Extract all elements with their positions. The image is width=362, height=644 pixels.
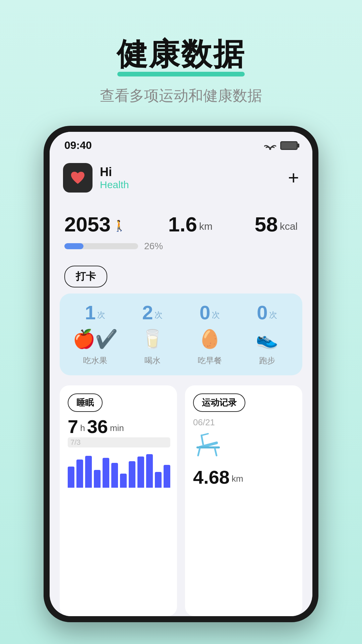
sleep-label[interactable]: 睡眠 (68, 393, 103, 412)
sleep-bar-7 (129, 461, 135, 488)
exercise-card[interactable]: 运动记录 06/21 4.68 (185, 385, 302, 616)
exercise-distance: 4.68 km (193, 468, 296, 487)
water-icon: 🥛 (141, 327, 164, 351)
progress-bar-fill (64, 243, 83, 249)
water-label: 喝水 (144, 355, 161, 366)
app-logo-wrap: Hi Health (63, 163, 129, 193)
phone-mockup: 09:40 Hi (44, 126, 318, 622)
fruit-count: 1 (85, 303, 96, 322)
sleep-bar-8 (137, 457, 144, 488)
sleep-card[interactable]: 睡眠 7 h 36 min 7/3 (60, 385, 177, 616)
sleep-target: 7/3 (68, 437, 170, 447)
distance-stat: 1.6 km (168, 214, 213, 235)
distance-unit: km (199, 221, 213, 232)
main-title: 健康数据 (117, 34, 245, 75)
activity-item-breakfast[interactable]: 0 次 🥚 吃早餐 (186, 303, 233, 366)
sleep-hours-unit: h (80, 423, 85, 433)
calories-value: 58 (255, 214, 278, 235)
breakfast-icon: 🥚 (198, 327, 221, 351)
stats-row: 2053 🚶 1.6 km 58 kcal (50, 198, 312, 235)
run-icon: 👟 (256, 327, 278, 351)
sleep-bar-0 (68, 467, 74, 488)
app-name: Health (100, 179, 129, 191)
sleep-bar-2 (85, 456, 92, 488)
sleep-bar-1 (76, 460, 83, 488)
run-count: 0 (257, 303, 267, 322)
steps-value: 2053 (64, 214, 111, 235)
progress-bar-bg (64, 243, 138, 249)
sleep-bar-11 (164, 465, 170, 488)
exercise-distance-value: 4.68 (193, 468, 230, 487)
water-times: 次 (155, 310, 163, 320)
steps-icon: 🚶 (113, 219, 126, 232)
breakfast-times: 次 (212, 310, 220, 320)
bottom-section: 睡眠 7 h 36 min 7/3 运动记录 06/21 (50, 375, 312, 616)
water-count-wrap: 2 次 (142, 303, 162, 322)
exercise-distance-unit: km (232, 474, 243, 484)
activity-item-fruit[interactable]: 1 次 🍎✔️ 吃水果 (72, 303, 119, 366)
app-icon (63, 163, 93, 193)
calories-stat: 58 kcal (255, 214, 298, 235)
sub-title: 查看多项运动和健康数据 (100, 86, 262, 106)
add-button[interactable]: + (288, 168, 299, 187)
sleep-bar-10 (155, 472, 162, 488)
treadmill-icon (193, 430, 296, 463)
breakfast-label: 吃早餐 (198, 355, 222, 366)
header-section: 健康数据 查看多项运动和健康数据 (0, 0, 362, 126)
sleep-bars (68, 454, 170, 488)
sleep-hours: 7 (68, 417, 78, 436)
sleep-bar-3 (94, 470, 101, 488)
app-header: Hi Health + (50, 155, 312, 198)
app-greeting: Hi (100, 165, 129, 179)
phone-screen: 09:40 Hi (50, 132, 312, 616)
distance-value: 1.6 (168, 214, 197, 235)
run-count-wrap: 0 次 (257, 303, 277, 322)
svg-line-5 (201, 435, 203, 444)
sleep-bar-6 (120, 474, 127, 488)
progress-wrap: 26% (50, 235, 312, 260)
breakfast-count-wrap: 0 次 (199, 303, 220, 322)
fruit-count-wrap: 1 次 (85, 303, 105, 322)
activity-item-run[interactable]: 0 次 👟 跑步 (244, 303, 291, 366)
sleep-bar-9 (146, 454, 153, 488)
progress-text: 26% (144, 241, 163, 252)
sleep-bar-5 (111, 463, 118, 488)
run-times: 次 (269, 310, 277, 320)
activity-item-water[interactable]: 2 次 🥛 喝水 (129, 303, 176, 366)
status-bar: 09:40 (50, 132, 312, 155)
status-time: 09:40 (64, 139, 92, 152)
svg-line-4 (215, 448, 217, 455)
sleep-minutes-unit: min (110, 423, 124, 433)
calories-unit: kcal (280, 221, 298, 232)
run-label: 跑步 (259, 355, 275, 366)
heart-icon (69, 169, 86, 186)
fruit-icon: 🍎✔️ (73, 327, 118, 351)
exercise-label[interactable]: 运动记录 (193, 393, 245, 412)
steps-stat: 2053 🚶 (64, 214, 126, 235)
fruit-label: 吃水果 (83, 355, 107, 366)
exercise-date: 06/21 (193, 417, 296, 428)
battery-icon (280, 141, 298, 150)
checkin-label[interactable]: 打卡 (64, 266, 107, 287)
fruit-times: 次 (97, 310, 105, 320)
sleep-time-row: 7 h 36 min (68, 417, 170, 436)
breakfast-count: 0 (199, 303, 210, 322)
sleep-minutes: 36 (87, 417, 108, 436)
sleep-bar-4 (103, 458, 109, 488)
status-icons (264, 141, 298, 150)
wifi-icon (264, 141, 276, 150)
water-count: 2 (142, 303, 153, 322)
app-name-wrap: Hi Health (100, 165, 129, 191)
svg-line-6 (201, 434, 208, 435)
activity-card: 1 次 🍎✔️ 吃水果 2 次 🥛 喝水 0 次 (60, 293, 302, 375)
svg-line-3 (198, 448, 200, 455)
